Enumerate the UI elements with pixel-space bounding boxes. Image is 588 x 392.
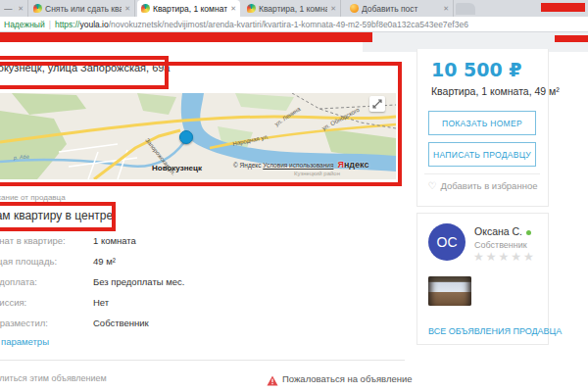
redaction-bar-site-header [0,32,372,42]
seller-type: Собственник [474,240,527,250]
url-path: /novokuznetsk/nedvijimost/arenda-kvartir… [109,20,468,29]
tab-listing-2[interactable]: Квартира, 1 комната, 3 ✕ [243,0,341,17]
map-copyright: © Яндекс [233,162,263,169]
tab-close-icon[interactable]: ✕ [443,5,449,13]
detail-label: Общая площадь: [0,256,57,267]
yandex-logo: Яндекс [337,160,368,170]
detail-label: Предоплата: [0,276,37,287]
tab-close-icon[interactable]: ✕ [330,5,336,13]
address-bar[interactable]: Надежный | https://youla.io/novokuznetsk… [0,17,588,32]
listing-title: Сдам квартиру в центре [0,209,113,222]
youla-favicon-icon [141,4,150,13]
write-seller-button[interactable]: НАПИСАТЬ ПРОДАВЦУ [428,142,536,167]
seller-name: Оксана С. [474,225,531,237]
browser-window: — Нов ✕ Снять или сдать кварти ✕ Квартир… [0,0,588,392]
warning-triangle-icon [267,372,278,390]
url-separator: | [49,20,51,29]
detail-row: Предоплата: Без предоплаты мес. [0,276,412,290]
post-favicon-icon [350,4,359,13]
detail-value: 49 м² [93,256,116,267]
tab-title: — Нов [4,4,15,14]
tab-add-post[interactable]: Добавить пост ✕ [346,0,454,17]
map-attribution: © Яндекс Условия использованияЯндекс [233,160,368,170]
youla-favicon-icon [33,4,42,13]
all-parameters-link[interactable]: Все параметры [0,336,49,347]
seller-rating-stars: ★★★★★ [473,250,536,264]
listing-price: 10 500 ₽ [431,59,522,80]
detail-row: Кто разместил: Собственник [0,318,412,331]
security-badge[interactable]: Надежный [4,20,45,29]
url-field[interactable]: https://youla.io/novokuznetsk/nedvijimos… [55,20,468,29]
detail-row: Общая площадь: 49 м² [0,256,412,270]
detail-label: Комиссия: [0,297,26,308]
tab-close-icon[interactable]: ✕ [124,5,130,13]
map-container[interactable]: Запорожская ул. Народная ул. ул. Ленина … [0,93,396,179]
youla-favicon-icon [247,4,256,13]
seller-avatar[interactable]: ОС [428,223,466,261]
detail-row: Комиссия: Нет [0,297,412,311]
new-tab-button[interactable] [456,3,475,15]
detail-label: Кто разместил: [0,318,48,328]
detail-value: 1 комната [93,235,136,246]
description-section-label: Описание от продавца [0,193,66,202]
tab-search-rent[interactable]: Снять или сдать кварти ✕ [29,0,135,17]
map-district-label: Кузнецкий район [294,171,340,176]
redaction-bar-window-controls [541,3,585,12]
redaction-bar-right [555,35,588,42]
detail-label: Комнат в квартире: [0,235,66,246]
heart-icon: ♡ [428,180,437,191]
tab-title: Квартира, 1 комната, 3 [259,4,327,14]
map-city-label: Новокузнецк [152,164,202,172]
listing-summary: Квартира, 1 комната, 49 м² [431,85,560,97]
favorite-label: Добавить в избранное [441,180,538,191]
map-terms-link[interactable]: Условия использования [263,162,333,169]
expand-arrows-icon [369,96,385,112]
avatar-initials: ОС [437,234,458,250]
tab-title: Добавить пост [362,4,440,14]
divider [0,360,405,361]
tab-title: Квартира, 1 комната, 49 [153,4,227,14]
online-status-dot [526,230,531,235]
tab-close-icon[interactable]: ✕ [230,5,236,13]
tab-title: Снять или сдать кварти [45,4,122,14]
detail-value: Без предоплаты мес. [93,276,184,287]
share-listing-link[interactable]: Поделиться этим объявлением [0,373,107,383]
report-listing-link[interactable]: Пожаловаться на объявление [282,373,413,384]
show-number-button[interactable]: ПОКАЗАТЬ НОМЕР [428,111,536,135]
add-to-favorites-button[interactable]: ♡Добавить в избранное [416,180,549,191]
all-seller-ads-link[interactable]: ВСЕ ОБЪЯВЛЕНИЯ ПРОДАВЦА [428,326,562,336]
detail-value: Собственник [93,318,149,328]
url-host: youla.io [79,20,108,29]
url-scheme: https:// [55,20,80,29]
browser-tab-bar: — Нов ✕ Снять или сдать кварти ✕ Квартир… [0,0,588,17]
listing-address: Новокузнецк, улица Запорожская, 69а [0,62,171,74]
map-expand-button[interactable] [369,96,385,112]
divider [424,173,540,174]
tab-listing-active[interactable]: Квартира, 1 комната, 49 ✕ [137,0,240,17]
tab-new-partial[interactable]: — Нов ✕ [0,0,28,17]
map-pin-icon [179,130,193,144]
tab-close-icon[interactable]: ✕ [18,5,24,13]
detail-row: Комнат в квартире: 1 комната [0,235,412,249]
seller-listing-thumbnail[interactable] [428,276,471,306]
detail-value: Нет [93,297,109,308]
